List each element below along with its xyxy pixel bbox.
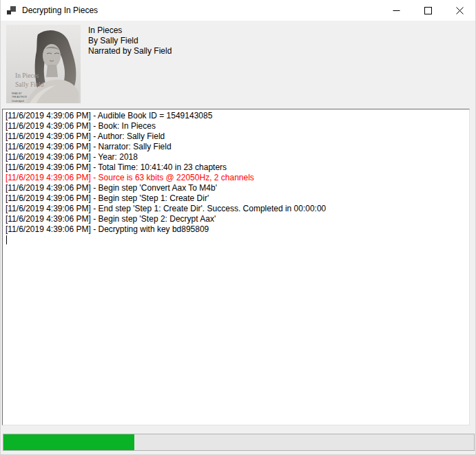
minimize-button[interactable]: [380, 0, 412, 21]
log-line: [11/6/2019 4:39:06 PM] - Audible Book ID…: [6, 111, 466, 121]
book-title: In Pieces: [88, 25, 172, 36]
log-line: [11/6/2019 4:39:06 PM] - Begin step 'Ste…: [6, 214, 466, 224]
app-window: Decrypting In Pieces: [0, 0, 476, 455]
log-line: [11/6/2019 4:39:06 PM] - Decrypting with…: [6, 224, 466, 235]
window-controls: [380, 0, 475, 21]
log-line: [11/6/2019 4:39:06 PM] - Year: 2018: [6, 152, 466, 162]
maximize-icon: [424, 7, 432, 14]
log-lines: [11/6/2019 4:39:06 PM] - Audible Book ID…: [6, 111, 466, 235]
book-author: By Sally Field: [88, 36, 172, 46]
cover-edition-text: Unabridged: [12, 100, 24, 103]
log-line: [11/6/2019 4:39:06 PM] - Total Time: 10:…: [6, 162, 466, 173]
close-icon: [456, 7, 464, 14]
close-button[interactable]: [444, 0, 475, 21]
progress-bar: [3, 434, 475, 451]
title-bar[interactable]: Decrypting In Pieces: [1, 0, 475, 21]
log-line: [11/6/2019 4:39:06 PM] - End step 'Step …: [6, 204, 466, 214]
log-line: [11/6/2019 4:39:06 PM] - Source is 63 kb…: [6, 173, 466, 183]
book-info: In Pieces By Sally Field Narrated by Sal…: [88, 25, 172, 56]
app-icon: [6, 5, 17, 16]
book-cover-image: In Pieces Sally Field READ BY THE AUTHOR…: [6, 25, 81, 103]
cover-theauthor-text: THE AUTHOR: [12, 96, 27, 98]
cover-readby-text: READ BY: [12, 92, 23, 95]
window-title: Decrypting In Pieces: [22, 6, 98, 15]
log-line: [11/6/2019 4:39:06 PM] - Begin step 'Ste…: [6, 193, 466, 204]
book-narrator: Narrated by Sally Field: [88, 46, 172, 56]
log-line: [11/6/2019 4:39:06 PM] - Author: Sally F…: [6, 131, 466, 142]
log-line: [11/6/2019 4:39:06 PM] - Narrator: Sally…: [6, 142, 466, 152]
log-line: [11/6/2019 4:39:06 PM] - Begin step 'Con…: [6, 183, 466, 193]
cover-title-text: In Pieces: [15, 72, 39, 79]
maximize-button[interactable]: [412, 0, 444, 21]
log-output-textbox[interactable]: [11/6/2019 4:39:06 PM] - Audible Book ID…: [2, 109, 470, 425]
log-line: [11/6/2019 4:39:06 PM] - Book: In Pieces: [6, 121, 466, 131]
progress-fill: [3, 434, 134, 450]
minimize-icon: [393, 7, 400, 14]
text-caret: [6, 235, 7, 244]
cover-author-text: Sally Field: [15, 81, 44, 88]
